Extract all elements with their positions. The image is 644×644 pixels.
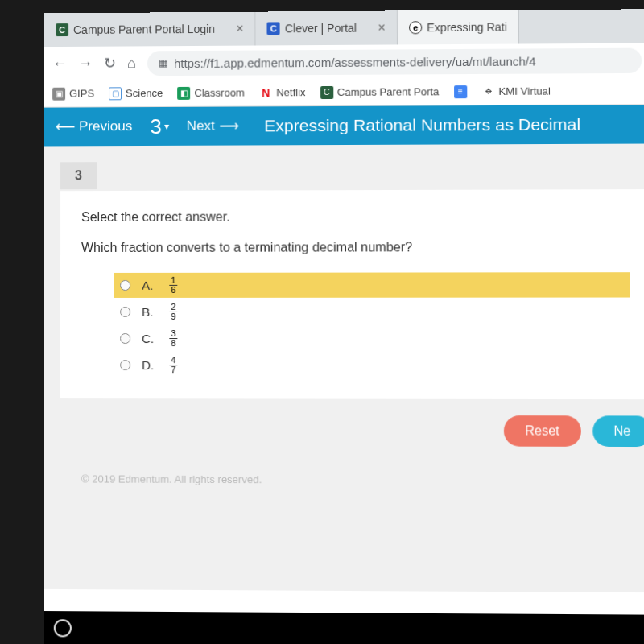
bookmark-science[interactable]: ▢ Science: [109, 87, 163, 100]
bookmark-icon: C: [320, 85, 333, 98]
next-button[interactable]: Ne: [592, 415, 644, 447]
tab-label: Expressing Rati: [427, 21, 507, 35]
url-input[interactable]: ▦ https://f1.app.edmentum.com/assessment…: [147, 47, 642, 76]
bookmark-icon: ▢: [109, 87, 122, 100]
reload-icon[interactable]: ↻: [104, 55, 116, 72]
tab-label: Clever | Portal: [285, 22, 357, 35]
chevron-down-icon: ▾: [164, 121, 169, 132]
next-button[interactable]: Next ⟶: [187, 118, 238, 134]
forward-icon[interactable]: →: [78, 55, 93, 72]
previous-button[interactable]: ⟵ Previous: [56, 118, 132, 135]
radio-button[interactable]: [120, 360, 130, 370]
option-b[interactable]: B. 29: [114, 299, 630, 324]
option-letter: C.: [142, 332, 158, 345]
close-icon[interactable]: ×: [236, 22, 243, 36]
tab-campus-parent-portal[interactable]: C Campus Parent Portal Login ×: [44, 12, 255, 47]
taskbar: [44, 611, 644, 644]
bookmarks-bar: ▣ GIPS ▢ Science ◧ Classroom N Netflix C…: [44, 77, 644, 108]
option-letter: B.: [142, 305, 158, 319]
option-a[interactable]: A. 16: [114, 272, 630, 298]
bookmark-kmi-virtual[interactable]: ✥ KMI Virtual: [481, 85, 551, 98]
bookmark-classroom[interactable]: ◧ Classroom: [177, 86, 244, 99]
option-c[interactable]: C. 38: [114, 326, 630, 351]
home-icon[interactable]: ⌂: [127, 55, 136, 72]
url-bar: ← → ↻ ⌂ ▦ https://f1.app.edmentum.com/as…: [44, 43, 644, 80]
tab-label: Campus Parent Portal Login: [73, 23, 215, 36]
bookmark-gips[interactable]: ▣ GIPS: [52, 87, 94, 100]
question-card: Select the correct answer. Which fractio…: [60, 189, 644, 399]
tab-expressing-rational[interactable]: e Expressing Rati: [398, 10, 519, 44]
tab-icon-clever: C: [267, 22, 280, 35]
fraction: 38: [169, 329, 177, 348]
question-tab[interactable]: 3: [60, 162, 97, 189]
doc-icon: ≡: [454, 85, 467, 98]
fraction: 16: [169, 276, 177, 295]
radio-button[interactable]: [120, 280, 130, 291]
bookmark-icon: ▣: [52, 87, 65, 100]
url-text: https://f1.app.edmentum.com/assessments-…: [174, 54, 536, 70]
fraction: 47: [169, 356, 177, 374]
option-d[interactable]: D. 47: [114, 353, 630, 378]
instruction-text: Select the correct answer.: [81, 208, 630, 225]
assessment-nav-bar: ⟵ Previous 3 ▾ Next ⟶ Expressing Rationa…: [44, 105, 644, 146]
radio-button[interactable]: [120, 307, 130, 317]
action-buttons: Reset Ne: [60, 398, 644, 463]
browser-tabs-bar: C Campus Parent Portal Login × C Clever …: [44, 9, 644, 47]
arrow-left-icon: ⟵: [56, 118, 75, 135]
site-info-icon: ▦: [159, 57, 167, 68]
tab-icon-campus: C: [56, 23, 68, 36]
assessment-title: Expressing Rational Numbers as Decimal: [264, 115, 580, 136]
option-letter: D.: [142, 358, 158, 372]
bookmark-icon: ✥: [481, 85, 494, 97]
question-number-dropdown[interactable]: 3 ▾: [150, 114, 169, 138]
fraction: 29: [169, 303, 177, 321]
bookmark-doc[interactable]: ≡: [454, 85, 467, 98]
back-icon[interactable]: ←: [52, 55, 67, 72]
answer-options: A. 16 B. 29 C. 38 D. 47: [114, 272, 630, 378]
bookmark-campus-parent[interactable]: C Campus Parent Porta: [320, 85, 440, 99]
reset-button[interactable]: Reset: [503, 415, 580, 447]
content-area: 3 Select the correct answer. Which fract…: [44, 144, 644, 593]
bookmark-netflix[interactable]: N Netflix: [259, 86, 306, 99]
footer-copyright: © 2019 Edmentum. All rights reserved.: [60, 461, 644, 498]
question-prompt: Which fraction converts to a terminating…: [81, 240, 630, 255]
bookmark-icon: ◧: [177, 86, 190, 99]
radio-button[interactable]: [120, 333, 130, 344]
close-icon[interactable]: ×: [378, 21, 385, 35]
tab-clever-portal[interactable]: C Clever | Portal ×: [256, 10, 398, 45]
arrow-right-icon: ⟶: [219, 118, 238, 134]
cortana-icon[interactable]: [54, 619, 72, 637]
option-letter: A.: [142, 279, 158, 292]
tab-icon-edmentum: e: [409, 21, 422, 34]
netflix-icon: N: [259, 86, 272, 99]
